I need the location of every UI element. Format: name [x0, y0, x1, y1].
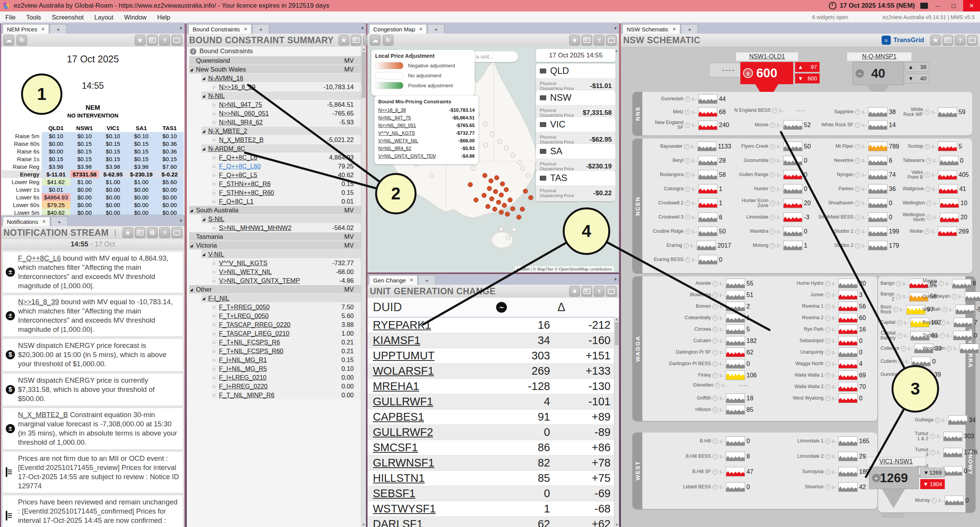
tree-leaf-row[interactable]: ▷N>>NIL_060_051-765.65: [212, 109, 364, 117]
collapsed-icon[interactable]: ▷: [213, 367, 216, 371]
station-silverton[interactable]: Silverton+$--42: [763, 482, 871, 492]
station-tumut-1-2[interactable]: Tumut 1 & 2+$--303: [915, 431, 963, 441]
camera-icon[interactable]: [351, 35, 361, 46]
tab-nem-prices[interactable]: NEM Prices✕: [3, 24, 49, 34]
menu-layout[interactable]: Layout: [89, 14, 119, 21]
station-sunraysia[interactable]: Sunraysia+$--189: [763, 467, 871, 476]
constraint-link[interactable]: V>NIL_GNTX_GNTX_TEMP: [219, 277, 300, 284]
cloud-icon[interactable]: ☁: [3, 35, 14, 46]
constraint-link[interactable]: F_T+NIL_FCSPS_R6: [219, 339, 280, 346]
collapsed-icon[interactable]: ▷: [213, 103, 216, 107]
tree-leaf-row[interactable]: ▷N>NIL_9R4_62-5.93: [212, 118, 364, 126]
tree-leaf-row[interactable]: ▷F_Q++8C_L64,864.93: [212, 153, 364, 162]
collapsed-icon[interactable]: ▷: [213, 270, 216, 274]
station-boco-rock[interactable]: Boco Rock+$--97: [880, 305, 921, 315]
tree-leaf-row[interactable]: ▷N_X_MBTE2_B-5,021.22: [212, 135, 364, 144]
station-avonlie[interactable]: Avonlie+$--55: [648, 279, 759, 288]
duid-link[interactable]: DARLSF1: [373, 518, 423, 527]
constraint-link[interactable]: F_Q++8C_L6: [18, 254, 61, 262]
menu-tools[interactable]: Tools: [21, 14, 47, 21]
refresh-icon[interactable]: ↻: [16, 35, 27, 46]
negative-adjustment-dot[interactable]: [500, 181, 505, 186]
station-goonumbla[interactable]: Goonumbla+$--0: [733, 156, 816, 165]
close-tab-icon[interactable]: ✕: [42, 219, 46, 224]
help-icon[interactable]: ?: [594, 35, 604, 46]
close-tab-icon[interactable]: ✕: [410, 277, 413, 283]
comment-icon[interactable]: [606, 35, 617, 46]
constraint-link[interactable]: V^^V_NIL_KGTS: [378, 131, 415, 136]
negative-adjustment-dot[interactable]: [516, 215, 521, 220]
constraint-link[interactable]: N-NIL: [208, 92, 225, 100]
unit-dot[interactable]: [512, 227, 517, 232]
station-wellington[interactable]: Wellington+$--10: [903, 198, 971, 208]
station-b-hill[interactable]: B.Hill+$--0: [648, 436, 759, 446]
negative-adjustment-dot[interactable]: [482, 193, 487, 198]
notification-card[interactable]: $NSW dispatch ENERGY price forecast is $…: [2, 338, 183, 371]
constraint-link[interactable]: F_TASCAP_LREG_0210: [219, 330, 289, 337]
constraint-link[interactable]: N>>16_8_39: [219, 83, 255, 91]
tree-leaf-row[interactable]: ▷F_I+NIL_MG_R10.15: [212, 356, 364, 364]
negative-adjustment-dot[interactable]: [499, 193, 504, 197]
menu-file[interactable]: File: [0, 14, 21, 21]
collapsed-icon[interactable]: ▷: [213, 349, 216, 353]
station-crudine-ridge[interactable]: Crudine Ridge+$--50: [648, 227, 731, 236]
station-waratah[interactable]: Waratah+$---550: [923, 305, 963, 314]
station-darlington-pt-bess[interactable]: Darlington Pt BESS+$--0: [648, 359, 759, 369]
unit-dot[interactable]: [471, 166, 476, 171]
station-moree[interactable]: Moree+$--52: [733, 120, 816, 130]
comment-icon[interactable]: [172, 35, 182, 46]
station-b-hill-sf[interactable]: B.Hill SF+$--47: [648, 467, 759, 476]
star-icon[interactable]: ★: [338, 35, 349, 46]
station-rye-park[interactable]: Rye Park+$--16: [763, 325, 871, 334]
collapsed-icon[interactable]: ▷: [213, 182, 216, 186]
station-capital[interactable]: Capital+$--102: [880, 318, 921, 327]
duid-link[interactable]: GLRWNSF1: [373, 457, 434, 469]
tree-leaf-row[interactable]: ▷N>NIL_94T_75-5,864.51: [212, 100, 364, 109]
station-corowa[interactable]: Corowa+$--5: [648, 325, 759, 334]
collapsed-icon[interactable]: ▷: [213, 261, 216, 265]
unit-dot[interactable]: [510, 153, 515, 158]
collapsed-icon[interactable]: ▷: [213, 138, 216, 142]
constraint-link[interactable]: F_Q++8C_L60: [219, 163, 261, 170]
cloud-icon[interactable]: ☁: [370, 35, 381, 46]
collapsed-icon[interactable]: ▷: [213, 375, 216, 380]
collapsed-icon[interactable]: ▷: [213, 358, 216, 362]
expanded-icon[interactable]: ◢: [190, 208, 193, 212]
duid-link[interactable]: SEBSF1: [373, 487, 415, 500]
notification-card[interactable]: ±N_X_MBTE2_B Constraint equation 30-min …: [2, 408, 183, 450]
scrollbar-vertical[interactable]: ▲▼: [614, 317, 619, 527]
station-white-rock-wf[interactable]: White Rock WF+$--59: [903, 107, 971, 117]
collapsed-icon[interactable]: ▷: [213, 226, 216, 230]
negative-adjustment-dot[interactable]: [520, 207, 525, 212]
constraint-link[interactable]: F_T_NIL_MINP_R6: [219, 392, 274, 399]
generation-row[interactable]: CAPBES191+89: [368, 410, 619, 425]
station-smithfield-bess[interactable]: Smithfield BESS+$--0: [818, 212, 901, 222]
generation-row[interactable]: GULLRWF14-101: [368, 394, 619, 410]
tree-grp-row[interactable]: ◢N-X_MBTE_2: [201, 127, 364, 135]
negative-adjustment-dot[interactable]: [474, 197, 479, 202]
scroll-up-icon[interactable]: ▲: [614, 48, 619, 53]
constraint-link[interactable]: N>NIL_9R4_62: [219, 119, 263, 126]
station-eraring-bess[interactable]: Eraring BESS+$--0: [648, 255, 731, 264]
duid-link[interactable]: HILLSTN1: [373, 472, 425, 485]
station-wallgrove[interactable]: Wallgrove+$--41: [903, 184, 971, 194]
station-b-hill-bess[interactable]: B.Hill BESS+$--8: [648, 452, 759, 461]
close-tab-icon[interactable]: ✕: [243, 26, 247, 32]
constraint-link[interactable]: N-AVMN_16: [208, 75, 243, 82]
constraint-link[interactable]: F_STHN++8C_R60: [219, 189, 274, 196]
station-capital-battery[interactable]: Capital Battery+$--91: [880, 331, 921, 341]
tab-notifications[interactable]: Notifications✕: [3, 217, 50, 226]
tree-leaf-row[interactable]: ▷F_TASCAP_RREG_02203.88: [212, 320, 364, 329]
station-walla-walla-2[interactable]: Walla Walla 2+$--70: [763, 382, 871, 392]
duid-link[interactable]: KIAMSF1: [373, 334, 420, 347]
collapsed-icon[interactable]: ▷: [213, 173, 216, 177]
tree-leaf-row[interactable]: ▷F_T+RREG_00507.50: [212, 303, 364, 311]
tree-leaf-row[interactable]: ▷N>>16_8_39-10,783.14: [212, 83, 364, 91]
unit-dot[interactable]: [490, 132, 495, 137]
chevron-down-icon[interactable]: ▾: [180, 25, 182, 31]
tree-leaf-row[interactable]: ▷F_T+LREG_00505.60: [212, 312, 364, 320]
n-q-mnsp1-label[interactable]: N-Q-MNSP1: [847, 52, 912, 61]
tree-cat-row[interactable]: ◢South AustraliaMV: [189, 206, 364, 214]
comment-icon[interactable]: [172, 227, 182, 238]
tree-leaf-row[interactable]: ▷V^^V_NIL_KGTS-732.77: [212, 259, 364, 267]
